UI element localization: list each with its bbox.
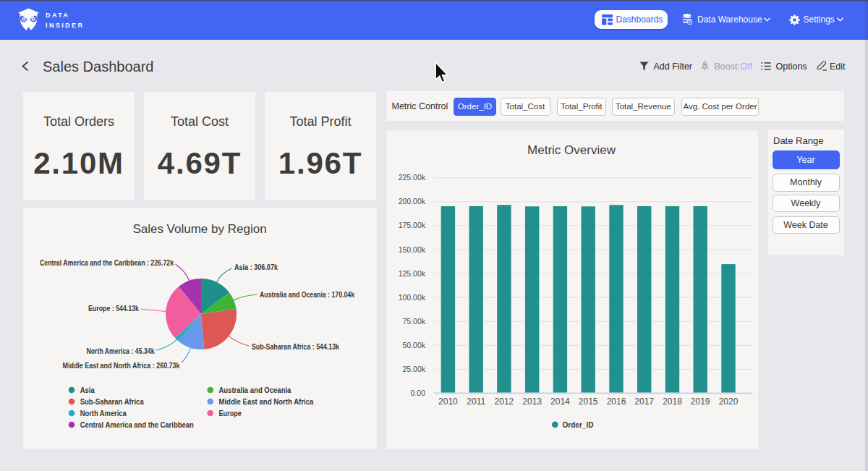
svg-text:50.00k: 50.00k — [402, 341, 425, 349]
svg-text:Order_ID: Order_ID — [563, 421, 594, 429]
svg-text:Central America and the Caribb: Central America and the Caribbean : 226.… — [40, 258, 174, 267]
svg-text:Metric Overview: Metric Overview — [527, 143, 616, 157]
svg-text:2017: 2017 — [634, 396, 654, 407]
svg-text:125.00k: 125.00k — [399, 269, 426, 278]
svg-text:2020: 2020 — [719, 396, 739, 407]
svg-text:225.00k: 225.00k — [399, 173, 426, 182]
svg-text:Middle East and North Africa: Middle East and North Africa — [218, 397, 313, 406]
svg-text:2014: 2014 — [550, 396, 570, 407]
svg-text:175.00k: 175.00k — [399, 221, 426, 229]
svg-text:2016: 2016 — [607, 396, 626, 407]
svg-text:2011: 2011 — [467, 396, 485, 407]
svg-text:Sales Volume by Region: Sales Volume by Region — [132, 222, 266, 236]
svg-text:Sub-Saharan Africa: Sub-Saharan Africa — [80, 397, 144, 406]
svg-text:Asia : 306.07k: Asia : 306.07k — [234, 263, 278, 271]
svg-text:2013: 2013 — [522, 396, 542, 407]
svg-text:100.00k: 100.00k — [399, 293, 426, 302]
svg-text:150.00k: 150.00k — [399, 245, 426, 254]
svg-text:0.00: 0.00 — [411, 389, 426, 397]
svg-text:Europe: Europe — [218, 409, 242, 417]
svg-text:North America: North America — [80, 409, 127, 417]
svg-text:Central America and the Caribb: Central America and the Caribbean — [80, 420, 194, 429]
svg-text:Asia: Asia — [80, 386, 95, 394]
svg-text:2010: 2010 — [438, 396, 458, 407]
svg-text:25.00k: 25.00k — [402, 365, 425, 373]
svg-text:2012: 2012 — [495, 396, 514, 407]
svg-text:Sub-Saharan Africa : 544.13k: Sub-Saharan Africa : 544.13k — [252, 342, 339, 351]
svg-text:Australia and Oceania: Australia and Oceania — [218, 386, 291, 394]
svg-text:2019: 2019 — [691, 396, 710, 407]
svg-text:75.00k: 75.00k — [402, 317, 425, 326]
svg-text:2018: 2018 — [663, 396, 682, 407]
svg-text:Australia and Oceania : 170.04: Australia and Oceania : 170.04k — [260, 290, 354, 299]
svg-text:2015: 2015 — [579, 396, 598, 407]
svg-text:Middle East and North Africa :: Middle East and North Africa : 260.73k — [63, 361, 180, 370]
svg-text:North America : 45.34k: North America : 45.34k — [87, 347, 155, 355]
svg-text:Europe : 544.13k: Europe : 544.13k — [88, 304, 139, 313]
svg-text:200.00k: 200.00k — [399, 197, 426, 205]
